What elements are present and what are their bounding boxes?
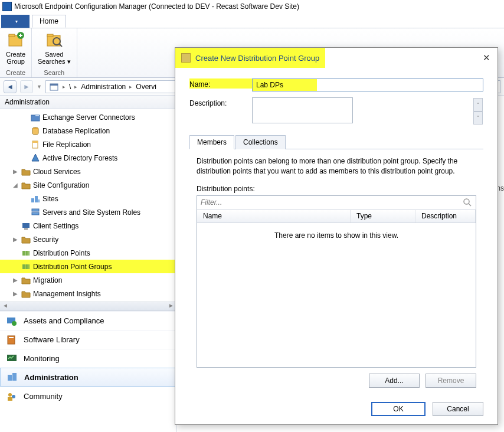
- nav-tree[interactable]: Exchange Server ConnectorsDatabase Repli…: [0, 109, 176, 302]
- tree-item[interactable]: ▶Management Insights: [0, 287, 176, 300]
- tree-icon: [21, 289, 31, 299]
- svg-rect-18: [32, 212, 39, 215]
- svg-rect-1: [9, 34, 15, 37]
- tree-item[interactable]: Distribution Points: [0, 246, 176, 260]
- tree-item[interactable]: Exchange Server Connectors: [0, 110, 176, 124]
- close-button[interactable]: ✕: [481, 53, 492, 63]
- tree-item[interactable]: Servers and Site System Roles: [0, 205, 176, 219]
- chevron-icon: ▸: [63, 84, 66, 90]
- tree-item[interactable]: ▶Security: [0, 233, 176, 246]
- ribbon-group-create-name: Create: [6, 69, 25, 76]
- breadcrumb-seg[interactable]: Overvi: [136, 83, 156, 91]
- tree-icon: [31, 153, 40, 163]
- saved-searches-button[interactable]: Saved Searches ▾: [38, 31, 71, 66]
- wunderbar-item[interactable]: Monitoring: [0, 349, 176, 368]
- col-description[interactable]: Description: [415, 210, 476, 222]
- dialog-footer: OK Cancel: [175, 394, 498, 424]
- tree-icon: [21, 235, 31, 244]
- description-scroll[interactable]: ˄˅: [473, 98, 483, 125]
- create-group-label: Create Group: [6, 51, 25, 65]
- search-icon[interactable]: [463, 198, 472, 207]
- ok-button[interactable]: OK: [371, 402, 426, 416]
- tree-icon: [31, 208, 40, 217]
- wunderbar: Assets and ComplianceSoftware LibraryMon…: [0, 311, 176, 432]
- tree-item[interactable]: Sites: [0, 192, 176, 205]
- wunderbar-item[interactable]: Administration: [0, 368, 176, 387]
- svg-rect-22: [25, 251, 28, 256]
- expand-caret[interactable]: ▶: [12, 168, 19, 175]
- expand-caret[interactable]: ▶: [12, 236, 19, 243]
- svg-rect-32: [8, 375, 12, 381]
- tree-item[interactable]: Database Replication: [0, 124, 176, 138]
- name-input[interactable]: [252, 78, 483, 91]
- expand-caret[interactable]: ◢: [12, 182, 19, 188]
- app-icon: [2, 2, 12, 11]
- svg-rect-33: [12, 373, 17, 381]
- tree-item[interactable]: ◢Site Configuration: [0, 178, 176, 192]
- wunderbar-label: Assets and Compliance: [24, 316, 104, 325]
- tree-label: Cloud Services: [33, 168, 81, 176]
- tree-label: Site Configuration: [33, 181, 89, 189]
- tree-icon: [21, 181, 31, 190]
- wunderbar-item[interactable]: Software Library: [0, 330, 176, 349]
- col-type[interactable]: Type: [351, 210, 415, 222]
- description-label: Description:: [189, 97, 252, 107]
- nav-scrollbar[interactable]: [0, 302, 176, 311]
- breadcrumb-seg[interactable]: Administration: [81, 83, 126, 91]
- svg-rect-36: [8, 397, 12, 401]
- tree-item[interactable]: Active Directory Forests: [0, 151, 176, 165]
- saved-searches-label: Saved Searches ▾: [38, 51, 71, 66]
- tree-label: Distribution Point Groups: [33, 263, 112, 271]
- dialog-titlebar: Create New Distribution Point Group ✕: [175, 48, 498, 68]
- cancel-button[interactable]: Cancel: [433, 402, 483, 416]
- dialog-tabs: Members Collections: [189, 135, 483, 149]
- tree-item[interactable]: Distribution Point Groups: [0, 260, 176, 273]
- svg-rect-20: [24, 228, 28, 230]
- tree-item[interactable]: ▶Cloud Services: [0, 165, 176, 178]
- nav-pane-title: Administration: [0, 96, 176, 109]
- tree-item[interactable]: File Replication: [0, 138, 176, 151]
- tree-item[interactable]: Client Settings: [0, 219, 176, 233]
- tab-members[interactable]: Members: [189, 135, 234, 149]
- tree-item[interactable]: ▶Migration: [0, 273, 176, 287]
- tab-collections-label: Collections: [243, 138, 278, 146]
- navigation-pane: Administration Exchange Server Connector…: [0, 96, 177, 432]
- wunderbar-item[interactable]: Assets and Compliance: [0, 311, 176, 330]
- column-headers[interactable]: Name Type Description: [197, 210, 476, 223]
- tree-label: Security: [33, 235, 58, 244]
- filter-input[interactable]: [201, 197, 463, 208]
- filter-row: [197, 196, 476, 210]
- home-tab[interactable]: Home: [32, 15, 66, 28]
- create-group-icon: [6, 31, 25, 50]
- tree-icon: [21, 221, 31, 231]
- forward-button[interactable]: ►: [20, 80, 33, 93]
- tab-collections[interactable]: Collections: [235, 135, 286, 149]
- description-input[interactable]: [252, 97, 353, 123]
- nav-history-dropdown[interactable]: ▼: [37, 84, 42, 90]
- back-button[interactable]: ◄: [4, 80, 17, 93]
- svg-rect-8: [50, 84, 58, 86]
- expand-caret[interactable]: ▶: [12, 277, 19, 283]
- create-group-button[interactable]: Create Group: [6, 31, 25, 65]
- add-button[interactable]: Add...: [369, 374, 420, 388]
- file-tab[interactable]: [1, 15, 30, 28]
- svg-rect-19: [22, 223, 30, 228]
- remove-button[interactable]: Remove: [426, 374, 476, 388]
- tree-icon: [31, 140, 40, 149]
- wunderbar-label: Monitoring: [24, 354, 60, 363]
- expand-caret[interactable]: ▶: [12, 290, 19, 297]
- tree-label: Client Settings: [33, 222, 78, 230]
- wunderbar-label: Community: [24, 392, 63, 401]
- ribbon-tabstrip: Home: [0, 13, 504, 28]
- svg-rect-30: [9, 337, 14, 338]
- svg-rect-24: [22, 264, 25, 269]
- wunderbar-item[interactable]: Community: [0, 387, 176, 405]
- tab-members-label: Members: [197, 138, 227, 146]
- tree-icon: [31, 113, 40, 122]
- tree-label: Sites: [42, 195, 58, 203]
- svg-rect-26: [28, 264, 30, 269]
- tree-icon: [21, 167, 31, 176]
- svg-rect-21: [22, 251, 25, 256]
- chevron-icon: ▸: [74, 84, 77, 90]
- col-name[interactable]: Name: [197, 210, 351, 222]
